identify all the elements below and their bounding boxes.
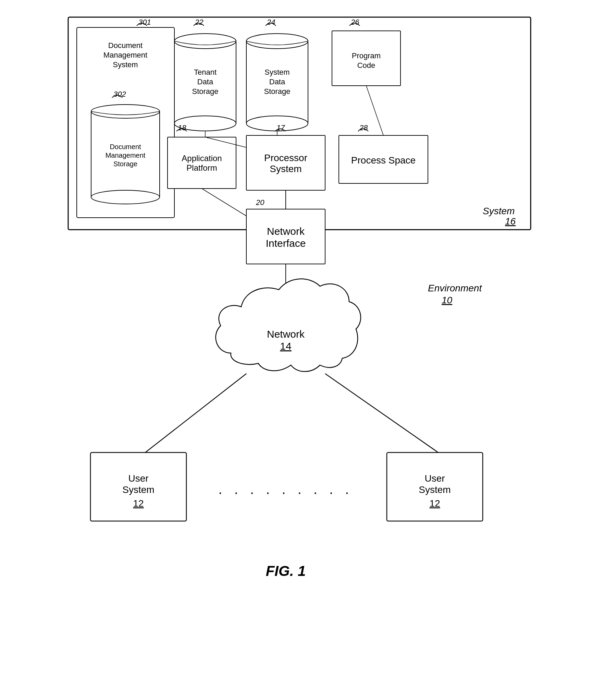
- svg-text:Storage: Storage: [113, 160, 137, 168]
- svg-text:System: System: [264, 68, 289, 76]
- svg-text:Program: Program: [352, 51, 381, 60]
- svg-point-9: [91, 105, 160, 118]
- svg-text:Environment: Environment: [428, 283, 482, 293]
- svg-rect-59: [90, 452, 186, 521]
- svg-text:Network: Network: [267, 328, 305, 340]
- svg-rect-0: [68, 17, 531, 230]
- svg-text:System: System: [483, 206, 515, 216]
- svg-text:Storage: Storage: [192, 87, 218, 96]
- diagram-container: System 16 301 Document Management System…: [51, 10, 565, 679]
- svg-text:Data: Data: [197, 77, 213, 86]
- svg-text:301: 301: [138, 18, 151, 26]
- svg-text:Tenant: Tenant: [194, 68, 217, 76]
- svg-rect-44: [168, 137, 236, 189]
- svg-text:Management: Management: [106, 152, 146, 159]
- svg-text:System: System: [270, 164, 301, 174]
- svg-text:12: 12: [133, 498, 144, 509]
- svg-text:Process Space: Process Space: [351, 155, 416, 166]
- svg-text:17: 17: [276, 123, 285, 132]
- svg-point-12: [91, 190, 160, 204]
- svg-text:302: 302: [113, 90, 126, 98]
- svg-text:System: System: [122, 484, 154, 495]
- svg-rect-37: [246, 135, 325, 190]
- svg-text:System: System: [113, 60, 138, 69]
- svg-point-20: [174, 116, 236, 131]
- svg-point-25: [246, 34, 308, 49]
- diagram-svg: System 16 301 Document Management System…: [51, 10, 565, 679]
- svg-text:14: 14: [280, 340, 291, 352]
- svg-text:Management: Management: [103, 51, 147, 59]
- svg-line-72: [366, 86, 383, 135]
- svg-rect-41: [339, 135, 428, 183]
- svg-rect-63: [387, 452, 483, 521]
- svg-text:Application: Application: [182, 154, 222, 163]
- svg-text:20: 20: [256, 198, 264, 207]
- svg-line-58: [325, 374, 438, 452]
- svg-text:· · · · · · · · ·: · · · · · · · · ·: [219, 485, 353, 500]
- svg-text:26: 26: [350, 18, 359, 26]
- svg-text:18: 18: [178, 123, 186, 132]
- svg-point-28: [246, 116, 308, 131]
- svg-text:FIG. 1: FIG. 1: [266, 563, 306, 579]
- svg-text:Document: Document: [108, 41, 143, 50]
- svg-text:24: 24: [267, 18, 275, 26]
- svg-text:User: User: [424, 473, 445, 484]
- svg-text:User: User: [128, 473, 148, 484]
- svg-text:System: System: [419, 484, 451, 495]
- svg-text:Data: Data: [269, 77, 285, 86]
- svg-text:10: 10: [442, 295, 453, 305]
- svg-rect-33: [332, 31, 401, 86]
- svg-line-57: [145, 374, 246, 452]
- svg-text:Interface: Interface: [266, 238, 306, 249]
- svg-text:Storage: Storage: [264, 87, 290, 96]
- svg-text:Document: Document: [110, 143, 141, 150]
- svg-rect-48: [246, 209, 325, 264]
- svg-text:22: 22: [195, 18, 203, 26]
- svg-text:12: 12: [429, 498, 440, 509]
- svg-text:Code: Code: [357, 61, 375, 70]
- svg-rect-3: [77, 27, 174, 218]
- svg-text:28: 28: [359, 123, 368, 132]
- svg-text:16: 16: [505, 216, 516, 227]
- svg-line-73: [202, 189, 246, 216]
- svg-point-17: [174, 34, 236, 49]
- svg-text:Network: Network: [267, 226, 305, 237]
- svg-text:Platform: Platform: [186, 163, 217, 172]
- svg-line-70: [205, 137, 246, 147]
- svg-text:Processor: Processor: [264, 153, 307, 163]
